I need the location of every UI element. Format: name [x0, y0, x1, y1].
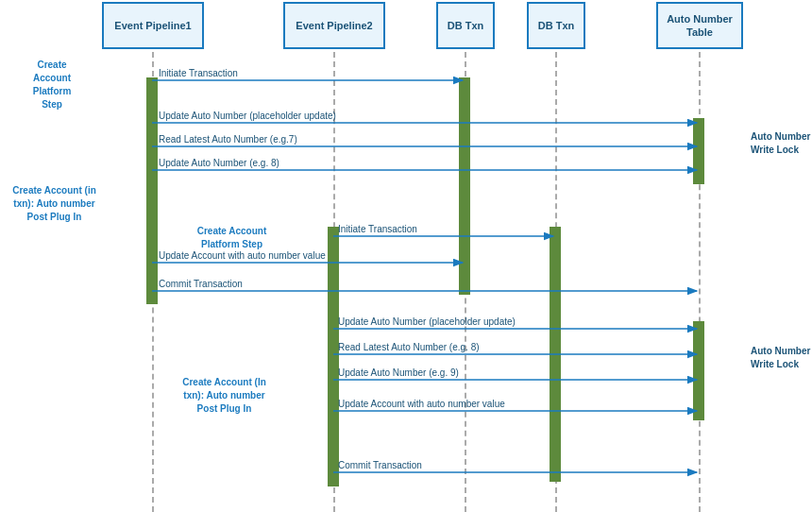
- svg-text:Commit Transaction: Commit Transaction: [159, 279, 243, 289]
- svg-text:Update Auto Number (e.g. 8): Update Auto Number (e.g. 8): [159, 158, 279, 168]
- lifeline-ep1: Event Pipeline1: [102, 2, 204, 49]
- svg-text:Initiate Transaction: Initiate Transaction: [338, 224, 417, 234]
- svg-text:Update Auto Number (e.g. 9): Update Auto Number (e.g. 9): [338, 367, 459, 378]
- svg-text:Update Auto Number (placeholde: Update Auto Number (placeholder update): [159, 111, 336, 121]
- side-label-write-lock-2: Auto NumberWrite Lock: [751, 345, 810, 371]
- svg-text:Initiate Transaction: Initiate Transaction: [159, 68, 238, 78]
- active-ep1-main: [146, 77, 158, 304]
- lifeline-dbtxn1: DB Txn: [436, 2, 495, 49]
- lifeline-dbtxn2: DB Txn: [527, 2, 585, 49]
- active-aut-1: [693, 118, 704, 184]
- sequence-diagram: Event Pipeline1 Event Pipeline2 DB Txn D…: [0, 0, 812, 512]
- lifeline-ep2: Event Pipeline2: [283, 2, 385, 49]
- svg-text:Update Auto Number (placeholde: Update Auto Number (placeholder update): [338, 316, 516, 327]
- lifeline-aut: Auto NumberTable: [656, 2, 743, 49]
- active-ep2-main: [328, 227, 339, 486]
- svg-text:Commit Transaction: Commit Transaction: [338, 460, 422, 470]
- active-dbtxn2-1: [550, 227, 561, 482]
- actor-create-account-autonumber-2: Create Account (Intxn): Auto numberPost …: [170, 376, 279, 416]
- svg-text:Update Account with auto numbe: Update Account with auto number value: [159, 250, 326, 261]
- actor-create-account-platform-step: CreateAccountPlatformStep: [9, 59, 94, 111]
- actor-create-account-platform-step-2: Create AccountPlatform Step: [182, 225, 281, 251]
- arrows-svg: Initiate Transaction Update Auto Number …: [0, 0, 812, 512]
- active-aut-2: [693, 321, 704, 420]
- actor-create-account-autonumber: Create Account (intxn): Auto numberPost …: [5, 184, 104, 224]
- svg-text:Read Latest Auto Number (e.g.7: Read Latest Auto Number (e.g.7): [159, 134, 297, 145]
- side-label-write-lock-1: Auto NumberWrite Lock: [751, 130, 810, 157]
- svg-text:Read Latest Auto Number (e.g. : Read Latest Auto Number (e.g. 8): [338, 342, 480, 352]
- active-dbtxn1-1: [459, 77, 470, 295]
- svg-text:Update Account with auto numbe: Update Account with auto number value: [338, 399, 505, 409]
